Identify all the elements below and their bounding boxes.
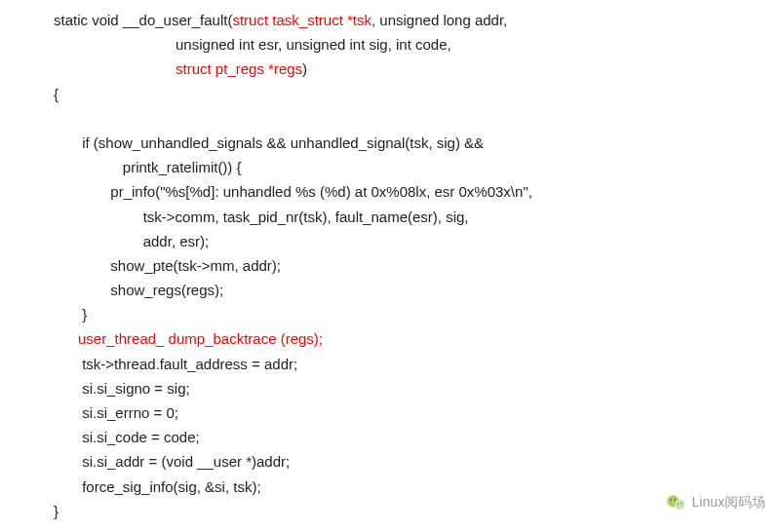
code-line-17: si.si_errno = 0; [54,404,178,421]
code-line-7: printk_ratelimit()) { [54,159,242,175]
svg-point-3 [674,499,676,501]
code-line-9: tsk->comm, task_pid_nr(tsk), fault_name(… [54,209,469,225]
code-line-12: show_regs(regs); [54,282,223,298]
code-line-15: tsk->thread.fault_address = addr; [54,356,297,372]
code-line-4: { [54,86,59,102]
code-line-21: } [54,503,59,519]
code-line-6: if (show_unhandled_signals && unhandled_… [54,134,484,151]
code-line-10: addr, esr); [54,233,209,249]
svg-point-5 [681,504,682,505]
code-line-16: si.si_signo = sig; [54,380,190,397]
watermark-text: Linux阅码场 [692,491,765,514]
code-line-19: si.si_addr = (void __user *)addr; [54,453,290,470]
svg-point-1 [675,500,685,510]
wechat-icon [665,492,686,513]
code-line-3a [54,60,176,77]
code-line-11: show_pte(tsk->mm, addr); [54,257,281,274]
code-line-1c: , unsigned long addr, [372,12,507,28]
code-line-13: } [54,306,87,323]
code-line-3b: struct pt_regs *regs [176,60,302,77]
code-line-2: unsigned int esr, unsigned int sig, int … [54,36,451,53]
code-block: static void __do_user_fault(struct task_… [54,8,763,523]
svg-point-2 [670,499,672,501]
code-line-1a: static void __do_user_fault( [54,12,232,28]
svg-point-4 [677,504,678,505]
code-line-8: pr_info("%s[%d]: unhandled %s (%d) at 0x… [54,183,532,200]
code-line-14a [54,330,78,347]
code-line-20: force_sig_info(sig, &si, tsk); [54,478,261,495]
code-line-3c: ) [302,60,307,77]
watermark: Linux阅码场 [665,491,765,514]
code-line-14b: user_thread_ dump_backtrace (regs); [78,330,323,347]
code-line-1b: struct task_struct *tsk [232,12,372,28]
code-line-18: si.si_code = code; [54,429,200,445]
